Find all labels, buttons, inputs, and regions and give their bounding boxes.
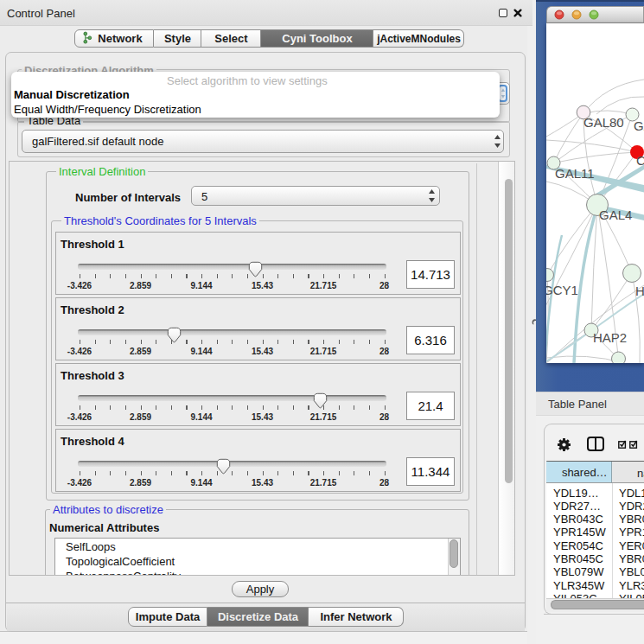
svg-text:CY: CY	[636, 153, 644, 168]
svg-text:H: H	[635, 284, 644, 298]
svg-text:GAL80: GAL80	[583, 115, 624, 130]
svg-text:GAL11: GAL11	[555, 166, 595, 181]
svg-text:GCY1: GCY1	[546, 283, 578, 297]
svg-text:GA: GA	[634, 118, 644, 133]
svg-text:GAL4: GAL4	[599, 207, 632, 222]
svg-text:HAP2: HAP2	[593, 330, 627, 345]
